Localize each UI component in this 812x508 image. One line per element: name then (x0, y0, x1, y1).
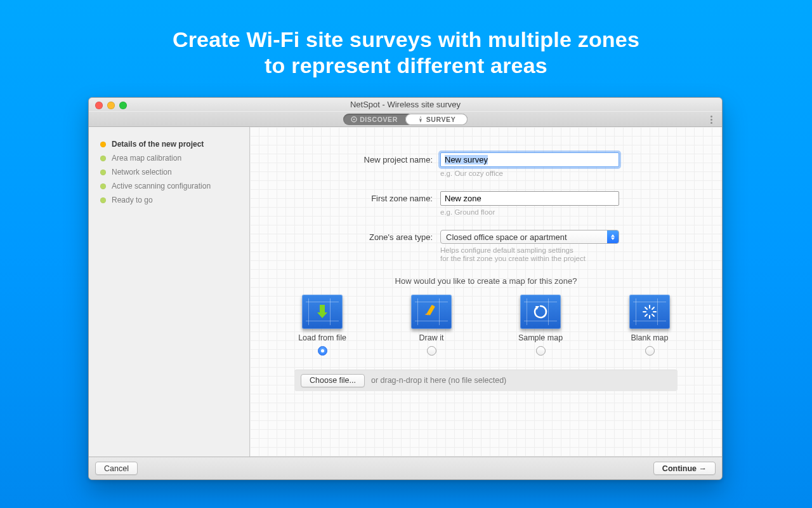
step-bullet-icon (100, 197, 106, 203)
wizard-form: New project name: e.g. Our cozy office F… (250, 127, 722, 457)
map-source-prompt: How would you like to create a map for t… (250, 276, 722, 286)
project-name-input[interactable] (440, 152, 619, 167)
survey-icon (417, 116, 424, 123)
step-network-selection[interactable]: Network selection (100, 168, 238, 177)
zone-name-hint: e.g. Ground floor (440, 208, 631, 216)
mode-discover-label: DISCOVER (360, 116, 398, 123)
step-ready[interactable]: Ready to go (100, 196, 238, 204)
choice-draw-it[interactable]: Draw it (396, 295, 466, 356)
cancel-button[interactable]: Cancel (95, 462, 138, 475)
select-arrows-icon (607, 231, 619, 243)
step-label: Details of the new project (112, 140, 204, 149)
choice-radio[interactable] (536, 346, 546, 356)
svg-line-14 (652, 307, 654, 309)
app-window: NetSpot - Wireless site survey DISCOVER … (88, 97, 723, 480)
draw-it-icon (411, 295, 452, 329)
svg-point-1 (353, 118, 355, 120)
map-source-choices: Load from file Draw it (250, 295, 722, 356)
choice-label: Sample map (506, 333, 575, 342)
step-bullet-icon (100, 170, 106, 175)
file-drop-hint: or drag-n-drop it here (no file selected… (371, 376, 506, 385)
step-bullet-icon (100, 184, 106, 189)
mode-survey-label: SURVEY (426, 116, 456, 123)
hero-line-2: to represent different areas (173, 53, 639, 79)
title-bar: NetSpot - Wireless site survey (89, 98, 722, 112)
zone-name-label: First zone name: (250, 191, 440, 203)
mode-segmented-control: DISCOVER SURVEY (343, 114, 468, 125)
mode-discover-tab[interactable]: DISCOVER (343, 114, 405, 125)
step-bullet-icon (100, 142, 106, 147)
step-label: Network selection (112, 168, 172, 177)
project-name-label: New project name: (250, 152, 440, 164)
svg-line-13 (652, 314, 654, 316)
wizard-steps-sidebar: Details of the new project Area map cali… (89, 127, 250, 457)
step-project-details[interactable]: Details of the new project (100, 140, 238, 149)
blank-map-icon (629, 295, 670, 329)
step-active-scanning[interactable]: Active scanning configuration (100, 182, 238, 190)
mode-toolbar: DISCOVER SURVEY (89, 112, 722, 127)
wizard-footer: Cancel Continue → (89, 457, 722, 479)
marketing-headline: Create Wi-Fi site surveys with multiple … (173, 27, 639, 79)
hero-line-1: Create Wi-Fi site surveys with multiple … (173, 27, 639, 53)
zone-name-input[interactable] (440, 191, 619, 206)
choice-radio[interactable] (318, 346, 327, 356)
choice-radio[interactable] (645, 346, 655, 356)
svg-rect-3 (320, 305, 325, 312)
area-type-label: Zone's area type: (250, 230, 440, 242)
project-name-hint: e.g. Our cozy office (440, 170, 631, 177)
choice-radio[interactable] (427, 346, 436, 356)
window-title: NetSpot - Wireless site survey (89, 100, 722, 109)
discover-icon (351, 116, 357, 123)
step-label: Active scanning configuration (112, 182, 211, 190)
svg-marker-4 (317, 312, 327, 318)
sample-map-icon (520, 295, 561, 329)
load-from-file-icon (302, 295, 343, 329)
choice-label: Load from file (287, 333, 357, 342)
continue-button[interactable]: Continue → (653, 462, 716, 475)
svg-line-12 (645, 307, 647, 309)
svg-line-15 (645, 314, 647, 316)
area-type-select[interactable]: Closed office space or apartment (440, 230, 619, 244)
area-type-hint: Helps configure default sampling setting… (440, 246, 631, 254)
area-type-hint-2: for the first zone you create within the… (440, 255, 631, 262)
mode-survey-tab[interactable]: SURVEY (405, 114, 468, 125)
svg-point-2 (420, 117, 421, 119)
area-type-value: Closed office space or apartment (441, 231, 607, 243)
file-drop-zone[interactable]: Choose file... or drag-n-drop it here (n… (294, 370, 678, 391)
step-label: Area map calibration (112, 154, 181, 163)
step-map-calibration[interactable]: Area map calibration (100, 154, 238, 163)
choose-file-button[interactable]: Choose file... (301, 374, 365, 387)
choice-label: Blank map (615, 333, 684, 342)
step-bullet-icon (100, 156, 106, 161)
choice-label: Draw it (396, 333, 466, 342)
choice-load-from-file[interactable]: Load from file (287, 295, 357, 356)
more-menu-button[interactable] (707, 114, 716, 124)
step-label: Ready to go (112, 196, 153, 204)
choice-blank-map[interactable]: Blank map (615, 295, 684, 356)
choice-sample-map[interactable]: Sample map (506, 295, 575, 356)
